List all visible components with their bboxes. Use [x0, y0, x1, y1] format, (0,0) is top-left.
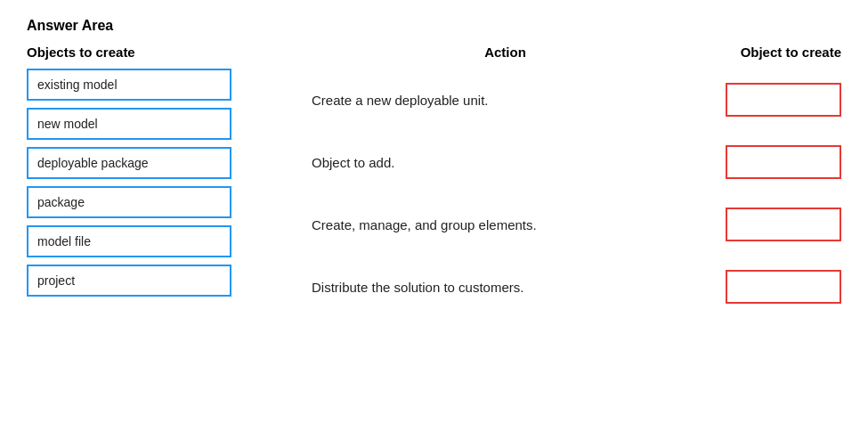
right-section: Create a new deployable unit. Object to …: [258, 69, 841, 318]
object-item[interactable]: package: [27, 186, 231, 218]
object-item[interactable]: existing model: [27, 69, 231, 101]
headers-row: Objects to create Action Object to creat…: [27, 45, 841, 69]
objects-column: existing model new model deployable pack…: [27, 69, 258, 304]
answer-box-4[interactable]: [726, 270, 841, 304]
object-item[interactable]: model file: [27, 225, 231, 257]
object-to-create-header: Object to create: [699, 45, 841, 60]
action-text-1: Create a new deployable unit.: [312, 93, 488, 108]
action-text-3: Create, manage, and group elements.: [312, 217, 537, 232]
action-row-1: Create a new deployable unit.: [312, 69, 699, 131]
object-to-create-header-wrapper: Object to create: [699, 45, 841, 69]
objects-to-create-header: Objects to create: [27, 45, 258, 60]
action-header: Action: [312, 45, 699, 60]
object-item[interactable]: deployable package: [27, 147, 231, 179]
action-header-wrapper: Action: [258, 45, 699, 69]
answer-boxes-column: [699, 69, 841, 318]
answer-area-title: Answer Area: [27, 18, 841, 34]
answer-box-1[interactable]: [726, 83, 841, 117]
answer-box-2[interactable]: [726, 145, 841, 179]
answer-row-1: [699, 69, 841, 131]
action-row-3: Create, manage, and group elements.: [312, 193, 699, 256]
right-section-headers: Action Object to create: [258, 45, 841, 69]
answer-row-3: [699, 193, 841, 256]
main-layout: existing model new model deployable pack…: [27, 69, 841, 318]
action-row-4: Distribute the solution to customers.: [312, 256, 699, 318]
object-item[interactable]: new model: [27, 108, 231, 140]
answer-row-4: [699, 256, 841, 318]
action-text-4: Distribute the solution to customers.: [312, 280, 523, 295]
objects-col-header-spacer: Objects to create: [27, 45, 258, 69]
answer-row-2: [699, 131, 841, 193]
actions-column: Create a new deployable unit. Object to …: [258, 69, 699, 318]
answer-box-3[interactable]: [726, 208, 841, 241]
action-row-2: Object to add.: [312, 131, 699, 193]
action-text-2: Object to add.: [312, 155, 394, 170]
object-item[interactable]: project: [27, 265, 231, 297]
